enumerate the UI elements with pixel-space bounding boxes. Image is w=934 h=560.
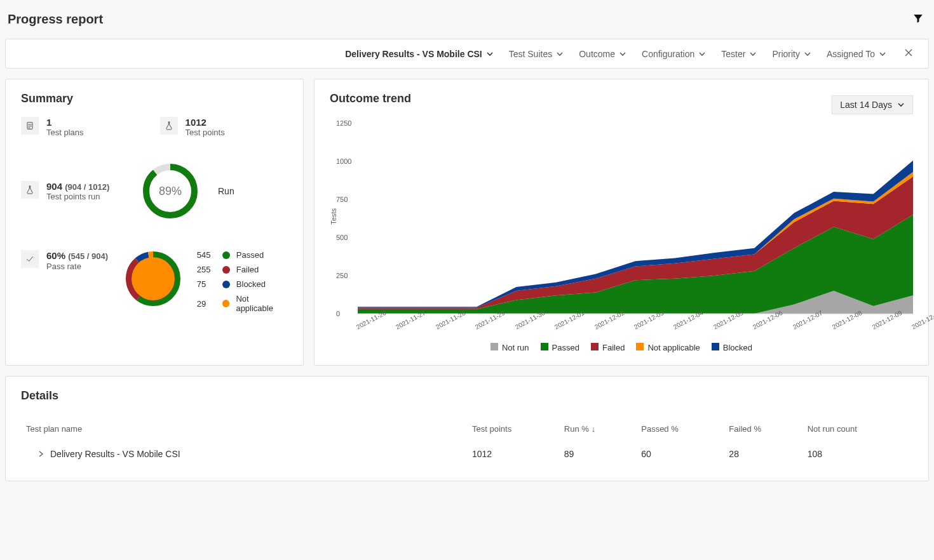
trend-legend: Not runPassedFailedNot applicableBlocked — [330, 343, 913, 352]
stat-test-plans-value: 1 — [46, 117, 84, 128]
run-ring-percent: 89% — [142, 163, 199, 220]
chevron-down-icon — [556, 50, 564, 58]
filter-label: Priority — [772, 49, 800, 59]
filter-label: Tester — [721, 49, 745, 59]
legend-label: Passed — [236, 250, 264, 260]
chevron-right-icon — [37, 451, 44, 457]
check-icon — [21, 250, 39, 268]
column-header[interactable]: Test plan name — [21, 418, 467, 440]
stat-test-points-value: 1012 — [186, 117, 225, 128]
chevron-down-icon — [486, 50, 494, 58]
legend-item: 255 Failed — [197, 265, 288, 274]
x-tick: 2021-12-10 — [910, 309, 934, 331]
stat-test-plans-label: Test plans — [46, 128, 84, 137]
stat-test-points: 1012 Test points — [160, 117, 225, 137]
legend-item: 75 Blocked — [197, 279, 288, 289]
details-table: Test plan nameTest pointsRun %↓Passed %F… — [21, 418, 913, 468]
filter-configuration[interactable]: Configuration — [642, 49, 706, 59]
chevron-down-icon — [749, 50, 757, 58]
flask-icon — [21, 181, 39, 199]
trend-chart: Tests 025050075010001250 2021-11-262021-… — [330, 123, 913, 339]
filter-test-suites[interactable]: Test Suites — [509, 49, 564, 59]
expand-row-button[interactable]: Delivery Results - VS Mobile CSI — [26, 449, 180, 459]
filter-label: Configuration — [642, 49, 694, 59]
legend-dot — [222, 266, 230, 274]
filter-test-plan-label: Delivery Results - VS Mobile CSI — [345, 49, 482, 59]
chevron-down-icon — [897, 101, 905, 109]
details-heading: Details — [21, 389, 913, 403]
column-header[interactable]: Test points — [467, 418, 559, 440]
filter-outcome[interactable]: Outcome — [579, 49, 626, 59]
y-tick: 0 — [336, 310, 340, 317]
trend-range-dropdown[interactable]: Last 14 Days — [832, 95, 913, 114]
stat-pass-rate: 60% (545 / 904) Pass rate — [21, 250, 109, 271]
outcome-legend: 545 Passed255 Failed75 Blocked29 Not app… — [197, 250, 288, 313]
y-tick: 750 — [336, 196, 348, 203]
legend-item: 545 Passed — [197, 250, 288, 260]
run-progress-ring: 89% — [142, 163, 199, 220]
clear-filters-button[interactable] — [902, 47, 916, 60]
sort-arrow-down-icon: ↓ — [592, 424, 596, 434]
legend-count: 255 — [197, 265, 216, 274]
column-header[interactable]: Not run count — [802, 418, 913, 440]
filter-toggle-button[interactable] — [910, 10, 926, 29]
cell-notrun: 108 — [802, 440, 913, 468]
outcome-donut — [125, 250, 182, 307]
filter-bar: Delivery Results - VS Mobile CSI Test Su… — [5, 39, 929, 69]
stat-test-points-label: Test points — [186, 128, 225, 137]
column-header[interactable]: Failed % — [724, 418, 802, 440]
legend-count: 75 — [197, 279, 216, 289]
trend-heading: Outcome trend — [330, 92, 411, 105]
legend-swatch — [491, 343, 498, 350]
stat-test-plans: 1 Test plans — [21, 117, 84, 137]
filter-priority[interactable]: Priority — [772, 49, 811, 59]
trend-range-label: Last 14 Days — [840, 100, 892, 110]
table-row[interactable]: Delivery Results - VS Mobile CSI 1012 89… — [21, 440, 913, 468]
run-ring-label: Run — [218, 186, 234, 196]
filter-label: Test Suites — [509, 49, 552, 59]
plan-name: Delivery Results - VS Mobile CSI — [50, 449, 180, 459]
stat-run-label: Test points run — [46, 192, 109, 201]
chevron-down-icon — [619, 50, 626, 58]
column-header[interactable]: Passed % — [636, 418, 724, 440]
trend-y-axis-label: Tests — [330, 208, 337, 225]
legend-dot — [222, 251, 230, 259]
stat-run: 904 (904 / 1012) Test points run — [21, 181, 123, 202]
cell-run: 89 — [559, 440, 636, 468]
legend-label: Not applicable — [236, 294, 288, 313]
trend-legend-item: Not applicable — [636, 343, 700, 352]
legend-label: Failed — [236, 265, 259, 274]
close-icon — [904, 48, 913, 57]
chevron-down-icon — [804, 50, 811, 58]
stat-pass-sub: (545 / 904) — [68, 251, 108, 261]
legend-label: Blocked — [236, 279, 266, 289]
filter-label: Outcome — [579, 49, 615, 59]
trend-legend-item: Blocked — [712, 343, 752, 352]
clipboard-icon — [21, 117, 39, 135]
legend-swatch — [541, 343, 548, 350]
legend-item: 29 Not applicable — [197, 294, 288, 313]
svg-point-6 — [132, 257, 175, 300]
chevron-down-icon — [698, 50, 706, 58]
y-tick: 500 — [336, 234, 348, 241]
filter-label: Assigned To — [827, 49, 875, 59]
funnel-icon — [912, 13, 924, 24]
trend-legend-item: Not run — [491, 343, 529, 352]
trend-legend-item: Failed — [591, 343, 625, 352]
y-tick: 250 — [336, 272, 348, 279]
summary-card: Summary 1 Test plans 1012 Test points — [5, 79, 304, 366]
legend-dot — [222, 300, 230, 307]
flask-icon — [160, 117, 178, 135]
legend-swatch — [636, 343, 644, 350]
trend-legend-item: Passed — [541, 343, 579, 352]
column-header[interactable]: Run %↓ — [559, 418, 636, 440]
legend-count: 545 — [197, 250, 216, 260]
filter-tester[interactable]: Tester — [721, 49, 757, 59]
filter-assigned-to[interactable]: Assigned To — [827, 49, 886, 59]
filter-test-plan[interactable]: Delivery Results - VS Mobile CSI — [345, 49, 494, 59]
chevron-down-icon — [879, 50, 886, 58]
stat-pass-label: Pass rate — [46, 262, 108, 271]
y-tick: 1000 — [336, 157, 351, 165]
trend-card: Outcome trend Last 14 Days Tests 0250500… — [314, 79, 929, 366]
legend-swatch — [712, 343, 719, 350]
